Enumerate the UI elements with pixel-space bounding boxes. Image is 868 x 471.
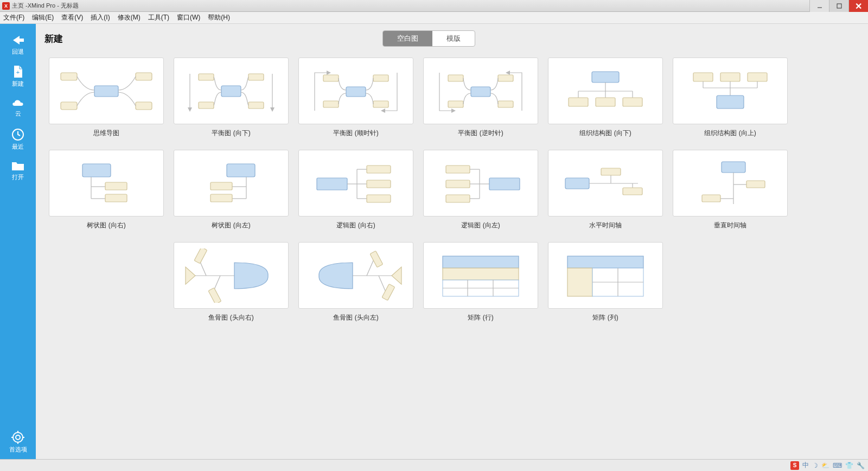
sidebar-cloud[interactable]: 云 xyxy=(2,94,34,122)
menu-tools[interactable]: 工具(T) xyxy=(148,13,169,22)
template-org-up[interactable]: 组织结构图 (向上) xyxy=(673,58,788,138)
tray-skin-icon[interactable]: 👕 xyxy=(845,462,853,469)
svg-rect-25 xyxy=(323,75,339,81)
template-thumb xyxy=(673,150,788,217)
template-thumb xyxy=(548,242,663,309)
svg-rect-74 xyxy=(367,166,391,173)
template-label: 垂直时间轴 xyxy=(714,221,746,230)
menu-modify[interactable]: 修改(M) xyxy=(118,13,141,22)
svg-rect-110 xyxy=(443,256,519,268)
template-thumb xyxy=(548,150,663,217)
menu-help[interactable]: 帮助(H) xyxy=(208,13,230,22)
sidebar: 回退 + 新建 云 最近 打开 首选项 xyxy=(0,24,36,459)
template-balance-cw[interactable]: 平衡图 (顺时针) xyxy=(298,58,413,138)
sidebar-back[interactable]: 回退 xyxy=(2,31,34,59)
arrow-left-icon xyxy=(11,34,25,46)
cloud-icon xyxy=(10,98,25,108)
sidebar-item-label: 回退 xyxy=(12,48,24,56)
svg-rect-96 xyxy=(746,181,765,188)
gear-icon xyxy=(11,431,24,444)
svg-rect-14 xyxy=(136,102,152,110)
svg-rect-44 xyxy=(569,98,588,106)
menu-insert[interactable]: 插入(I) xyxy=(91,13,110,22)
tray-weather-icon[interactable]: ⛅ xyxy=(821,462,829,469)
svg-point-5 xyxy=(16,435,20,440)
title-bar: X 主页 -XMind Pro - 无标题 ✕ xyxy=(0,0,868,12)
template-thumb xyxy=(423,58,538,124)
menu-file[interactable]: 文件(F) xyxy=(3,13,24,22)
sidebar-recent[interactable]: 最近 xyxy=(2,126,34,153)
template-matrix-col[interactable]: 矩阵 (列) xyxy=(548,242,663,322)
svg-rect-66 xyxy=(210,182,232,190)
svg-rect-85 xyxy=(489,178,520,190)
svg-rect-111 xyxy=(443,268,519,280)
template-grid: 思维导图 平衡图 (向下) xyxy=(36,50,868,330)
svg-rect-27 xyxy=(373,75,388,81)
template-balance-ccw[interactable]: 平衡图 (逆时针) xyxy=(423,58,538,138)
maximize-button[interactable] xyxy=(829,0,848,12)
svg-line-108 xyxy=(379,276,386,293)
template-timeline-h[interactable]: 水平时间轴 xyxy=(548,150,663,230)
svg-rect-45 xyxy=(596,98,615,106)
minimize-button[interactable] xyxy=(809,0,829,12)
svg-rect-10 xyxy=(94,86,118,97)
template-thumb xyxy=(423,242,538,309)
svg-marker-23 xyxy=(270,107,275,112)
template-timeline-v[interactable]: 垂直时间轴 xyxy=(673,150,788,230)
sidebar-open[interactable]: 打开 xyxy=(2,157,34,184)
segment-blank[interactable]: 空白图 xyxy=(383,31,432,46)
template-label: 逻辑图 (向左) xyxy=(461,221,500,230)
page-header: 新建 空白图 模版 xyxy=(36,24,868,50)
svg-rect-78 xyxy=(446,180,470,188)
svg-rect-101 xyxy=(194,249,207,264)
menu-edit[interactable]: 编辑(E) xyxy=(32,13,54,22)
svg-rect-75 xyxy=(367,180,391,188)
close-button[interactable]: ✕ xyxy=(848,0,868,12)
svg-rect-76 xyxy=(367,195,391,202)
template-tree-left[interactable]: 树状图 (向左) xyxy=(174,150,289,230)
svg-rect-47 xyxy=(693,73,713,81)
template-matrix-row[interactable]: 矩阵 (行) xyxy=(423,242,538,322)
menu-view[interactable]: 查看(V) xyxy=(61,13,83,22)
ime-icon[interactable]: S xyxy=(790,461,799,470)
svg-rect-16 xyxy=(199,74,214,80)
svg-rect-62 xyxy=(227,164,255,177)
svg-rect-34 xyxy=(498,75,513,81)
template-org-down[interactable]: 组织结构图 (向下) xyxy=(548,58,663,138)
template-thumb xyxy=(298,242,413,309)
svg-rect-48 xyxy=(720,73,740,81)
sidebar-prefs[interactable]: 首选项 xyxy=(2,429,34,456)
template-balance-down[interactable]: 平衡图 (向下) xyxy=(174,58,289,138)
template-fish-left[interactable]: 鱼骨图 (头向左) xyxy=(298,242,413,322)
svg-point-4 xyxy=(13,432,23,442)
template-tree-right[interactable]: 树状图 (向右) xyxy=(49,150,164,230)
menu-window[interactable]: 窗口(W) xyxy=(177,13,200,22)
template-logic-right[interactable]: 逻辑图 (向右) xyxy=(298,150,413,230)
tray-moon-icon[interactable]: ☽ xyxy=(812,462,818,469)
sidebar-new[interactable]: + 新建 xyxy=(2,63,34,90)
template-thumb xyxy=(423,150,538,217)
svg-marker-36 xyxy=(451,109,456,113)
svg-rect-60 xyxy=(105,182,127,190)
tray-lang[interactable]: 中 xyxy=(802,461,809,470)
template-mindmap[interactable]: 思维导图 xyxy=(49,58,164,138)
template-logic-left[interactable]: 逻辑图 (向左) xyxy=(423,150,538,230)
template-label: 鱼骨图 (头向右) xyxy=(208,313,253,322)
template-thumb xyxy=(174,58,289,124)
template-fish-right[interactable]: 鱼骨图 (头向右) xyxy=(174,242,289,322)
app-icon: X xyxy=(2,2,10,10)
sidebar-item-label: 云 xyxy=(15,110,21,118)
template-thumb xyxy=(49,58,164,124)
segment-control: 空白图 模版 xyxy=(382,30,475,47)
svg-rect-90 xyxy=(601,168,621,175)
segment-templates[interactable]: 模版 xyxy=(432,31,475,46)
template-thumb xyxy=(174,242,289,309)
template-label: 矩阵 (行) xyxy=(468,313,493,322)
template-label: 树状图 (向右) xyxy=(87,221,125,230)
svg-rect-13 xyxy=(136,73,152,80)
tray-tool-icon[interactable]: 🔧 xyxy=(857,462,865,469)
svg-rect-92 xyxy=(722,162,745,173)
template-thumb xyxy=(49,150,164,217)
tray-keyboard-icon[interactable]: ⌨ xyxy=(833,462,842,469)
svg-rect-97 xyxy=(702,195,720,202)
